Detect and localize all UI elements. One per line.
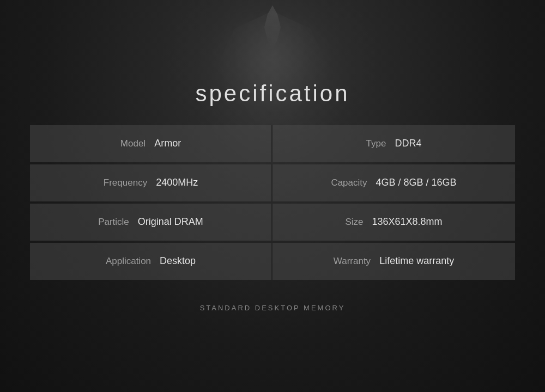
spec-value-right-0: DDR4 [395,138,421,149]
spec-cell-right-0: TypeDDR4 [272,125,515,162]
spec-value-right-3: Lifetime warranty [379,255,454,266]
spec-value-left-1: 2400MHz [156,177,198,188]
spec-label-right-3: Warranty [334,256,371,266]
spec-label-left-1: Frequency [104,177,147,188]
spec-value-left-3: Desktop [160,255,196,266]
spec-cell-right-1: Capacity4GB / 8GB / 16GB [272,164,515,201]
page-title: specification [195,81,349,107]
spec-label-left-3: Application [106,256,151,266]
table-row: ParticleOriginal DRAMSize136X61X8.8mm [30,204,515,241]
spec-value-right-1: 4GB / 8GB / 16GB [376,177,457,188]
table-row: ModelArmorTypeDDR4 [30,125,515,162]
spec-cell-left-1: Frequency2400MHz [30,164,272,201]
page-content: specification ModelArmorTypeDDR4Frequenc… [0,0,545,392]
spec-table: ModelArmorTypeDDR4Frequency2400MHzCapaci… [30,123,515,282]
spec-label-right-1: Capacity [331,177,367,188]
spec-label-left-0: Model [120,138,146,149]
spec-cell-right-3: WarrantyLifetime warranty [272,243,515,280]
spec-label-right-0: Type [366,138,386,149]
spec-cell-left-2: ParticleOriginal DRAM [30,204,272,241]
footer-text: STANDARD DESKTOP MEMORY [200,304,346,312]
spec-value-right-2: 136X61X8.8mm [372,216,443,227]
spec-label-right-2: Size [345,217,363,227]
spec-value-left-0: Armor [154,138,181,149]
spec-cell-right-2: Size136X61X8.8mm [272,204,515,241]
spec-label-left-2: Particle [98,217,129,227]
table-row: Frequency2400MHzCapacity4GB / 8GB / 16GB [30,164,515,201]
spec-cell-left-0: ModelArmor [30,125,272,162]
table-row: ApplicationDesktopWarrantyLifetime warra… [30,243,515,280]
spec-value-left-2: Original DRAM [138,216,203,227]
spec-cell-left-3: ApplicationDesktop [30,243,272,280]
